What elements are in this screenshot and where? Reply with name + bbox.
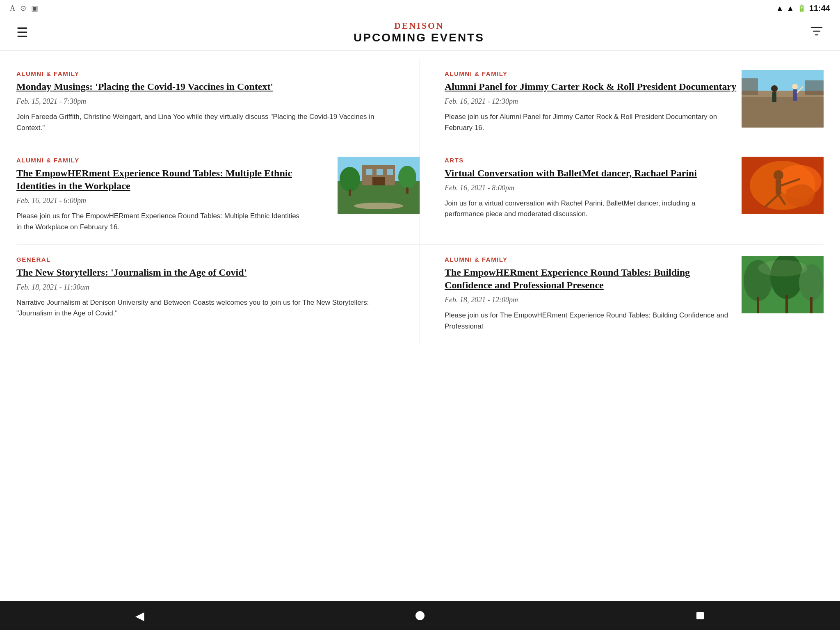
brand-name: DENISON bbox=[28, 21, 810, 31]
status-bar-left: A ⊙ ▣ bbox=[10, 4, 38, 13]
event-image-3 bbox=[338, 157, 420, 214]
event-image-4 bbox=[742, 157, 824, 214]
wifi-icon: ▲ bbox=[776, 4, 783, 13]
content-area: ALUMNI & FAMILY Monday Musings: 'Placing… bbox=[0, 50, 840, 343]
svg-rect-15 bbox=[387, 169, 393, 175]
event-title-1[interactable]: Monday Musings: 'Placing the Covid-19 Va… bbox=[16, 80, 395, 93]
svg-point-19 bbox=[398, 166, 416, 189]
svg-rect-9 bbox=[805, 80, 824, 95]
event-image-2 bbox=[742, 70, 824, 128]
svg-point-5 bbox=[792, 84, 798, 89]
event-description-1: Join Fareeda Griffith, Christine Weingar… bbox=[16, 112, 395, 133]
svg-point-38 bbox=[758, 260, 807, 276]
event-date-5: Feb. 18, 2021 - 11:30am bbox=[16, 283, 395, 292]
event-description-3: Please join us for The EmpowHERment Expe… bbox=[16, 211, 395, 233]
events-grid: ALUMNI & FAMILY Monday Musings: 'Placing… bbox=[16, 59, 824, 343]
filter-icon[interactable] bbox=[810, 24, 824, 41]
svg-point-21 bbox=[354, 203, 403, 209]
back-button[interactable]: ◀ bbox=[128, 603, 152, 628]
event-card-4[interactable]: ARTS Virtual Conversation with BalletMet… bbox=[420, 145, 824, 244]
svg-rect-8 bbox=[742, 78, 758, 95]
status-bar: A ⊙ ▣ ▲ ▲ 🔋 11:44 bbox=[0, 0, 840, 16]
status-bar-right: ▲ ▲ 🔋 11:44 bbox=[776, 4, 830, 13]
recent-button[interactable] bbox=[688, 603, 712, 628]
svg-point-3 bbox=[771, 85, 778, 92]
svg-point-25 bbox=[774, 170, 783, 180]
event-card-2[interactable]: ALUMNI & FAMILY Alumni Panel for Jimmy C… bbox=[420, 59, 824, 145]
hamburger-menu[interactable]: ☰ bbox=[16, 26, 28, 39]
page-title: UPCOMING EVENTS bbox=[28, 31, 810, 44]
svg-rect-13 bbox=[366, 169, 372, 175]
notification-icon-3: ▣ bbox=[31, 4, 38, 13]
event-title-5[interactable]: The New Storytellers: 'Journalism in the… bbox=[16, 266, 395, 279]
header-title-block: DENISON UPCOMING EVENTS bbox=[28, 21, 810, 44]
signal-icon: ▲ bbox=[787, 4, 794, 13]
svg-rect-18 bbox=[349, 189, 351, 196]
event-category-1: ALUMNI & FAMILY bbox=[16, 70, 395, 77]
event-card-1[interactable]: ALUMNI & FAMILY Monday Musings: 'Placing… bbox=[16, 59, 420, 145]
notification-icon-2: ⊙ bbox=[20, 4, 26, 13]
header: ☰ DENISON UPCOMING EVENTS bbox=[0, 16, 840, 50]
svg-rect-4 bbox=[772, 92, 776, 102]
svg-rect-14 bbox=[377, 169, 383, 175]
svg-rect-26 bbox=[776, 180, 781, 194]
event-date-1: Feb. 15, 2021 - 7:30pm bbox=[16, 97, 395, 106]
svg-rect-16 bbox=[372, 177, 385, 185]
event-description-5: Narrative Journalism at Denison Universi… bbox=[16, 297, 395, 319]
notification-icon-1: A bbox=[10, 4, 15, 13]
svg-point-17 bbox=[340, 167, 360, 192]
home-button[interactable] bbox=[408, 603, 432, 628]
battery-icon: 🔋 bbox=[797, 4, 806, 13]
svg-rect-20 bbox=[406, 187, 409, 194]
event-card-3[interactable]: ALUMNI & FAMILY The EmpowHERment Experie… bbox=[16, 145, 420, 244]
event-image-6 bbox=[742, 256, 824, 313]
time-display: 11:44 bbox=[809, 4, 830, 13]
event-description-6: Please join us for The EmpowHERment Expe… bbox=[445, 310, 824, 332]
event-card-5[interactable]: GENERAL The New Storytellers: 'Journalis… bbox=[16, 244, 420, 343]
event-card-6[interactable]: ALUMNI & FAMILY The EmpowHERment Experie… bbox=[420, 244, 824, 343]
event-category-5: GENERAL bbox=[16, 256, 395, 263]
svg-rect-6 bbox=[793, 89, 797, 101]
bottom-nav: ◀ bbox=[0, 601, 840, 630]
svg-rect-1 bbox=[742, 95, 824, 128]
